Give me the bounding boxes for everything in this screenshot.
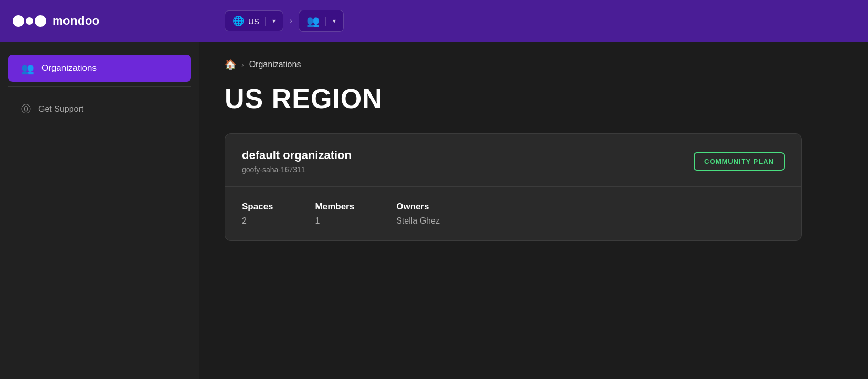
spaces-value: 2	[242, 216, 273, 226]
members-label: Members	[315, 202, 355, 212]
organizations-label: Organizations	[41, 63, 97, 73]
owners-label: Owners	[396, 202, 440, 212]
org-card[interactable]: default organization goofy-saha-167311 C…	[225, 133, 802, 241]
org-id: goofy-saha-167311	[242, 165, 352, 174]
logo-area: mondoo	[13, 14, 212, 28]
logo-icon	[13, 15, 46, 27]
org-chevron: ▾	[333, 17, 336, 25]
spaces-label: Spaces	[242, 202, 273, 212]
organizations-icon: 👥	[21, 62, 34, 75]
support-icon: ⓪	[21, 102, 31, 116]
home-icon[interactable]: 🏠	[225, 59, 236, 70]
org-info: default organization goofy-saha-167311	[242, 149, 352, 174]
get-support-label: Get Support	[38, 104, 83, 114]
plan-badge: COMMUNITY PLAN	[694, 152, 785, 171]
nav-controls: 🌐 US | ▾ › 👥 | ▾	[225, 10, 344, 32]
breadcrumb-separator: ›	[241, 60, 244, 69]
logo-circle-middle	[26, 17, 33, 25]
region-chevron: ▾	[272, 17, 276, 25]
content-area: 🏠 › Organizations US REGION default orga…	[199, 42, 868, 379]
region-label: US	[248, 17, 259, 26]
sidebar-divider	[8, 86, 191, 87]
sidebar: 👥 Organizations ⓪ Get Support	[0, 42, 199, 379]
stat-owners: Owners Stella Ghez	[396, 202, 440, 226]
region-dropdown[interactable]: 🌐 US | ▾	[225, 10, 283, 31]
nav-breadcrumb-arrow: ›	[290, 16, 292, 26]
members-value: 1	[315, 216, 355, 226]
sidebar-item-organizations[interactable]: 👥 Organizations	[8, 55, 191, 82]
nav-separator-2: |	[325, 16, 327, 27]
breadcrumb-current: Organizations	[249, 60, 301, 69]
page-title: US REGION	[225, 83, 843, 114]
logo-circle-right	[35, 15, 46, 27]
globe-icon: 🌐	[232, 15, 244, 27]
nav-separator-1: |	[264, 16, 267, 27]
org-icon: 👥	[306, 15, 320, 27]
breadcrumb: 🏠 › Organizations	[225, 59, 843, 70]
org-card-header: default organization goofy-saha-167311 C…	[225, 134, 801, 187]
org-card-stats: Spaces 2 Members 1 Owners Stella Ghez	[225, 187, 801, 240]
stat-spaces: Spaces 2	[242, 202, 273, 226]
org-dropdown[interactable]: 👥 | ▾	[299, 10, 344, 32]
stat-members: Members 1	[315, 202, 355, 226]
main-layout: 👥 Organizations ⓪ Get Support 🏠 › Organi…	[0, 42, 868, 379]
app-name: mondoo	[52, 14, 100, 28]
owners-value: Stella Ghez	[396, 216, 440, 226]
org-name: default organization	[242, 149, 352, 162]
top-nav: mondoo 🌐 US | ▾ › 👥 | ▾	[0, 0, 868, 42]
logo-circle-left	[13, 15, 24, 27]
sidebar-item-support[interactable]: ⓪ Get Support	[8, 95, 191, 123]
